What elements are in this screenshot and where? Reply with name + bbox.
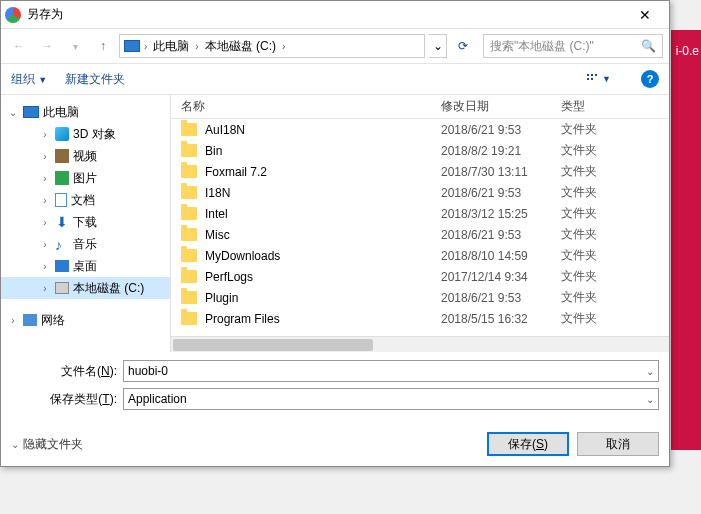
chevron-right-icon[interactable]: › bbox=[282, 41, 285, 52]
col-name[interactable]: 名称 bbox=[181, 98, 441, 115]
folder-icon bbox=[181, 123, 197, 136]
forward-arrow-icon: → bbox=[35, 34, 59, 58]
table-row[interactable]: Misc2018/6/21 9:53文件夹 bbox=[181, 224, 669, 245]
table-row[interactable]: I18N2018/6/21 9:53文件夹 bbox=[181, 182, 669, 203]
breadcrumb-drive[interactable]: 本地磁盘 (C:) bbox=[203, 36, 278, 57]
filetype-label: 保存类型(T): bbox=[11, 391, 123, 408]
table-row[interactable]: Program Files2018/5/15 16:32文件夹 bbox=[181, 308, 669, 329]
save-button[interactable]: 保存(S) bbox=[487, 432, 569, 456]
tree-item-localdisk[interactable]: ›本地磁盘 (C:) bbox=[1, 277, 170, 299]
file-type: 文件夹 bbox=[561, 268, 597, 285]
folder-icon bbox=[181, 270, 197, 283]
chevron-down-icon[interactable]: ⌄ bbox=[646, 394, 654, 405]
search-placeholder: 搜索"本地磁盘 (C:)" bbox=[490, 38, 594, 55]
back-arrow-icon[interactable]: ← bbox=[7, 34, 31, 58]
file-date: 2018/7/30 13:11 bbox=[441, 165, 561, 179]
search-input[interactable]: 搜索"本地磁盘 (C:)" 🔍 bbox=[483, 34, 663, 58]
help-icon[interactable]: ? bbox=[641, 70, 659, 88]
tree-item-pictures[interactable]: ›图片 bbox=[1, 167, 170, 189]
file-date: 2018/6/21 9:53 bbox=[441, 186, 561, 200]
hide-folders-toggle[interactable]: ⌄隐藏文件夹 bbox=[11, 436, 83, 453]
chevron-down-icon[interactable]: ⌄ bbox=[646, 366, 654, 377]
tree-item-3d[interactable]: ›3D 对象 bbox=[1, 123, 170, 145]
nav-tree: ⌄此电脑 ›3D 对象 ›视频 ›图片 ›文档 ›⬇下载 ›♪音乐 ›桌面 ›本… bbox=[1, 95, 171, 352]
tree-item-documents[interactable]: ›文档 bbox=[1, 189, 170, 211]
file-name: MyDownloads bbox=[205, 249, 441, 263]
file-name: Intel bbox=[205, 207, 441, 221]
file-date: 2018/8/2 19:21 bbox=[441, 144, 561, 158]
col-modified[interactable]: 修改日期 bbox=[441, 98, 561, 115]
folder-icon bbox=[181, 228, 197, 241]
cancel-button[interactable]: 取消 bbox=[577, 432, 659, 456]
view-button[interactable]: ▼ bbox=[586, 73, 611, 85]
save-as-dialog: 另存为 ✕ ← → ▾ ↑ › 此电脑 › 本地磁盘 (C:) › ⌄ ⟳ 搜索… bbox=[0, 0, 670, 467]
dialog-title: 另存为 bbox=[27, 6, 63, 23]
file-pane: 名称 修改日期 类型 AuI18N2018/6/21 9:53文件夹Bin201… bbox=[171, 95, 669, 352]
folder-icon bbox=[181, 249, 197, 262]
folder-icon bbox=[181, 186, 197, 199]
table-row[interactable]: Foxmail 7.22018/7/30 13:11文件夹 bbox=[181, 161, 669, 182]
col-type[interactable]: 类型 bbox=[561, 98, 631, 115]
up-arrow-icon[interactable]: ↑ bbox=[91, 34, 115, 58]
table-row[interactable]: MyDownloads2018/8/10 14:59文件夹 bbox=[181, 245, 669, 266]
file-name: Program Files bbox=[205, 312, 441, 326]
table-row[interactable]: PerfLogs2017/12/14 9:34文件夹 bbox=[181, 266, 669, 287]
titlebar: 另存为 ✕ bbox=[1, 1, 669, 29]
address-bar[interactable]: › 此电脑 › 本地磁盘 (C:) › bbox=[119, 34, 425, 58]
file-name: Misc bbox=[205, 228, 441, 242]
file-date: 2017/12/14 9:34 bbox=[441, 270, 561, 284]
filename-input[interactable]: huobi-0⌄ bbox=[123, 360, 659, 382]
tree-item-video[interactable]: ›视频 bbox=[1, 145, 170, 167]
file-date: 2018/6/21 9:53 bbox=[441, 228, 561, 242]
file-name: Plugin bbox=[205, 291, 441, 305]
file-name: AuI18N bbox=[205, 123, 441, 137]
tree-item-downloads[interactable]: ›⬇下载 bbox=[1, 211, 170, 233]
folder-icon bbox=[181, 312, 197, 325]
file-name: PerfLogs bbox=[205, 270, 441, 284]
folder-icon bbox=[181, 207, 197, 220]
recent-dropdown-icon[interactable]: ▾ bbox=[63, 34, 87, 58]
table-row[interactable]: Plugin2018/6/21 9:53文件夹 bbox=[181, 287, 669, 308]
file-name: Bin bbox=[205, 144, 441, 158]
file-date: 2018/5/15 16:32 bbox=[441, 312, 561, 326]
table-row[interactable]: Bin2018/8/2 19:21文件夹 bbox=[181, 140, 669, 161]
background-filename: i-0.e bbox=[676, 44, 699, 58]
file-type: 文件夹 bbox=[561, 310, 597, 327]
file-type: 文件夹 bbox=[561, 142, 597, 159]
file-list[interactable]: AuI18N2018/6/21 9:53文件夹Bin2018/8/2 19:21… bbox=[171, 119, 669, 336]
close-icon[interactable]: ✕ bbox=[625, 7, 665, 23]
file-type: 文件夹 bbox=[561, 163, 597, 180]
chevron-right-icon[interactable]: › bbox=[195, 41, 198, 52]
table-row[interactable]: AuI18N2018/6/21 9:53文件夹 bbox=[181, 119, 669, 140]
file-type: 文件夹 bbox=[561, 289, 597, 306]
column-headers: 名称 修改日期 类型 bbox=[171, 95, 669, 119]
breadcrumb-pc[interactable]: 此电脑 bbox=[151, 36, 191, 57]
folder-icon bbox=[181, 165, 197, 178]
tree-item-desktop[interactable]: ›桌面 bbox=[1, 255, 170, 277]
tree-item-music[interactable]: ›♪音乐 bbox=[1, 233, 170, 255]
folder-icon bbox=[181, 144, 197, 157]
organize-button[interactable]: 组织 ▼ bbox=[11, 71, 47, 88]
toolbar: 组织 ▼ 新建文件夹 ▼ ? bbox=[1, 63, 669, 95]
file-date: 2018/8/10 14:59 bbox=[441, 249, 561, 263]
file-name: Foxmail 7.2 bbox=[205, 165, 441, 179]
file-date: 2018/6/21 9:53 bbox=[441, 291, 561, 305]
search-icon: 🔍 bbox=[641, 39, 656, 53]
file-type: 文件夹 bbox=[561, 184, 597, 201]
refresh-icon[interactable]: ⟳ bbox=[451, 34, 475, 58]
table-row[interactable]: Intel2018/3/12 15:25文件夹 bbox=[181, 203, 669, 224]
horizontal-scrollbar[interactable] bbox=[171, 336, 669, 352]
nav-row: ← → ▾ ↑ › 此电脑 › 本地磁盘 (C:) › ⌄ ⟳ 搜索"本地磁盘 … bbox=[1, 29, 669, 63]
file-type: 文件夹 bbox=[561, 247, 597, 264]
chevron-right-icon[interactable]: › bbox=[144, 41, 147, 52]
folder-icon bbox=[181, 291, 197, 304]
address-dropdown-icon[interactable]: ⌄ bbox=[429, 34, 447, 58]
filetype-select[interactable]: Application⌄ bbox=[123, 388, 659, 410]
pc-icon bbox=[124, 40, 140, 52]
file-date: 2018/3/12 15:25 bbox=[441, 207, 561, 221]
file-type: 文件夹 bbox=[561, 226, 597, 243]
new-folder-button[interactable]: 新建文件夹 bbox=[65, 71, 125, 88]
tree-item-pc[interactable]: ⌄此电脑 bbox=[1, 101, 170, 123]
tree-item-network[interactable]: ›网络 bbox=[1, 309, 170, 331]
file-type: 文件夹 bbox=[561, 205, 597, 222]
